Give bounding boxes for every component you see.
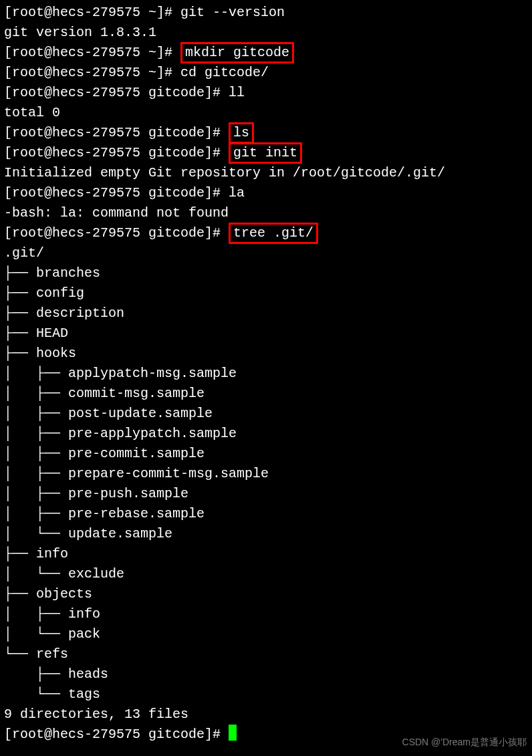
terminal-command-line: [root@hecs-279575 gitcode]# git init	[4, 143, 528, 163]
output-text: ├── hooks	[4, 346, 76, 361]
terminal-output-line: │ ├── pre-rebase.sample	[4, 504, 528, 524]
output-text: │ └── update.sample	[4, 526, 172, 541]
terminal-output-line: │ ├── commit-msg.sample	[4, 384, 528, 404]
shell-prompt: [root@hecs-279575 ~]#	[4, 45, 180, 60]
output-text: ├── HEAD	[4, 326, 68, 341]
output-text: total 0	[4, 105, 60, 120]
terminal-output-line: git version 1.8.3.1	[4, 23, 528, 43]
shell-prompt: [root@hecs-279575 gitcode]#	[4, 85, 229, 100]
output-text: .git/	[4, 245, 44, 261]
terminal-output-line: ├── heads	[4, 664, 528, 684]
terminal-output-line: ├── info	[4, 544, 528, 564]
command-text: ll	[229, 85, 245, 100]
highlighted-command: ls	[229, 122, 254, 144]
terminal-command-line: [root@hecs-279575 gitcode]# la	[4, 183, 528, 203]
shell-prompt: [root@hecs-279575 gitcode]#	[4, 125, 229, 140]
output-text: ├── config	[4, 285, 84, 301]
terminal-output-line: ├── description	[4, 303, 528, 324]
terminal-output-line: Initialized empty Git repository in /roo…	[4, 163, 528, 183]
output-text: -bash: la: command not found	[4, 205, 229, 221]
shell-prompt: [root@hecs-279575 gitcode]#	[4, 727, 229, 742]
terminal-output-line: │ └── pack	[4, 624, 528, 644]
output-text: ├── objects	[4, 586, 92, 602]
terminal-output-line: .git/	[4, 243, 528, 263]
terminal-output-line: ├── branches	[4, 263, 528, 283]
terminal-output-line: │ └── update.sample	[4, 524, 528, 544]
command-text: git --version	[180, 5, 285, 20]
output-text: │ ├── prepare-commit-msg.sample	[4, 466, 269, 481]
terminal[interactable]: [root@hecs-279575 ~]# git --versiongit v…	[0, 0, 532, 753]
terminal-command-line: [root@hecs-279575 ~]# git --version	[4, 3, 528, 23]
terminal-output-line: │ ├── post-update.sample	[4, 404, 528, 424]
terminal-command-line: [root@hecs-279575 ~]# cd gitcode/	[4, 63, 528, 83]
output-text: git version 1.8.3.1	[4, 25, 156, 40]
terminal-output-line: 9 directories, 13 files	[4, 705, 528, 725]
terminal-output-line: ├── config	[4, 283, 528, 303]
output-text: ├── heads	[4, 666, 108, 682]
command-text: cd gitcode/	[180, 65, 269, 80]
cursor	[229, 725, 237, 741]
highlighted-command: git init	[229, 142, 302, 164]
output-text: │ ├── pre-push.sample	[4, 486, 188, 501]
terminal-output-line: └── refs	[4, 644, 528, 664]
terminal-output-line: ├── HEAD	[4, 324, 528, 344]
output-text: Initialized empty Git repository in /roo…	[4, 165, 445, 180]
output-text: ├── description	[4, 305, 124, 321]
watermark: CSDN @'Dream是普通小孩耶	[402, 732, 527, 752]
output-text: ├── info	[4, 546, 68, 561]
command-text: la	[229, 185, 245, 201]
shell-prompt: [root@hecs-279575 gitcode]#	[4, 185, 229, 201]
output-text: │ ├── commit-msg.sample	[4, 386, 205, 401]
terminal-command-line: [root@hecs-279575 gitcode]# ll	[4, 83, 528, 103]
terminal-output-line: ├── objects	[4, 584, 528, 604]
shell-prompt: [root@hecs-279575 ~]#	[4, 5, 180, 20]
terminal-command-line: [root@hecs-279575 gitcode]# ls	[4, 123, 528, 143]
terminal-command-line: [root@hecs-279575 ~]# mkdir gitcode	[4, 43, 528, 63]
terminal-output-line: │ ├── applypatch-msg.sample	[4, 364, 528, 384]
terminal-output-line: └── tags	[4, 684, 528, 705]
output-text: └── tags	[4, 686, 100, 702]
terminal-output-line: ├── hooks	[4, 344, 528, 364]
shell-prompt: [root@hecs-279575 ~]#	[4, 65, 180, 80]
terminal-output-line: │ ├── pre-push.sample	[4, 484, 528, 504]
shell-prompt: [root@hecs-279575 gitcode]#	[4, 145, 229, 160]
terminal-output-line: │ ├── pre-applypatch.sample	[4, 424, 528, 444]
terminal-output-line: │ ├── info	[4, 604, 528, 624]
output-text: ├── branches	[4, 265, 100, 281]
highlighted-command: mkdir gitcode	[180, 42, 294, 64]
terminal-output-line: │ ├── prepare-commit-msg.sample	[4, 464, 528, 484]
output-text: │ ├── pre-rebase.sample	[4, 506, 205, 521]
shell-prompt: [root@hecs-279575 gitcode]#	[4, 225, 229, 241]
output-text: │ ├── post-update.sample	[4, 406, 213, 421]
terminal-command-line: [root@hecs-279575 gitcode]# tree .git/	[4, 223, 528, 243]
output-text: │ └── exclude	[4, 566, 124, 582]
terminal-output-line: │ ├── pre-commit.sample	[4, 444, 528, 464]
output-text: │ └── pack	[4, 626, 100, 642]
output-text: │ ├── pre-commit.sample	[4, 446, 205, 461]
terminal-output-line: -bash: la: command not found	[4, 203, 528, 223]
output-text: │ ├── info	[4, 606, 100, 622]
output-text: 9 directories, 13 files	[4, 707, 188, 722]
terminal-output-line: │ └── exclude	[4, 564, 528, 584]
highlighted-command: tree .git/	[229, 223, 318, 244]
output-text: │ ├── pre-applypatch.sample	[4, 426, 237, 441]
output-text: │ ├── applypatch-msg.sample	[4, 366, 237, 381]
output-text: └── refs	[4, 646, 68, 662]
terminal-output-line: total 0	[4, 103, 528, 123]
